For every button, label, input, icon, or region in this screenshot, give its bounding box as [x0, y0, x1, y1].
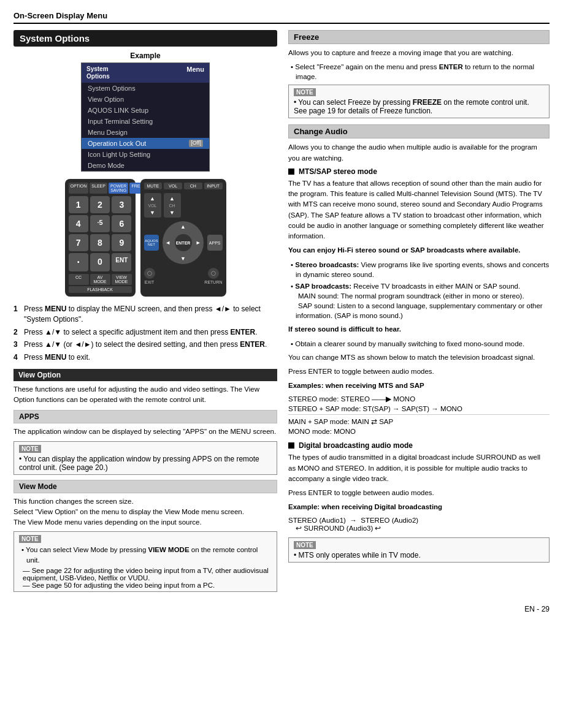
flashback-btn[interactable]: FLASHBACK [69, 286, 132, 293]
key-3[interactable]: 3 [112, 196, 131, 213]
key-7[interactable]: 7 [69, 234, 88, 251]
return-label: RETURN [204, 280, 222, 284]
nav-left[interactable]: ◄ [165, 240, 170, 246]
key-5[interactable]: ·5 [90, 215, 110, 232]
view-option-title: View Option [13, 369, 277, 381]
digital-note-text: • MTS only operates while in TV mode. [294, 551, 544, 559]
nav-down[interactable]: ▼ [180, 256, 186, 262]
mts-example-3: MAIN + SAP mode: MAIN ⇄ SAP [288, 417, 550, 426]
mts-sap-title: MTS/SAP stereo mode [288, 167, 550, 176]
mts-example-1: STEREO mode: STEREO ——▶ MONO [288, 395, 550, 403]
menu-header-left: SystemOptions [86, 66, 110, 80]
mts-examples: STEREO mode: STEREO ——▶ MONO STEREO + SA… [288, 395, 550, 435]
mts-body: The TV has a feature that allows recepti… [288, 178, 550, 242]
menu-item-view-option[interactable]: View Option [82, 94, 209, 105]
menu-item-demo-mode[interactable]: Demo Mode [82, 160, 209, 171]
operation-lock-badge: [Off] [189, 140, 203, 147]
freeze-title: Freeze [288, 30, 550, 44]
view-option-body: These functions are useful for adjusting… [13, 384, 277, 406]
system-options-title: System Options [13, 30, 277, 47]
menu-item-input-terminal[interactable]: Input Terminal Setting [82, 116, 209, 127]
sleep-btn[interactable]: SLEEP [90, 183, 107, 194]
digital-example: STEREO (Audio1) → STEREO (Audio2) ↩ SURR… [288, 517, 550, 533]
apps-title: APPS [13, 410, 277, 423]
digital-example-line2: ↩ SURROUND (Audio3) ↩ [288, 524, 550, 533]
left-column: System Options Example SystemOptions Men… [13, 30, 277, 595]
digital-broadcasting-body: The types of audio transmitted in a digi… [288, 452, 550, 484]
key-8[interactable]: 8 [90, 234, 110, 251]
black-square-icon-2 [288, 442, 294, 449]
cc-btn[interactable]: CC [69, 274, 89, 285]
main-remote-top: MUTE VOL CH INPUT [144, 183, 223, 189]
option-btn[interactable]: OPTION [69, 183, 89, 194]
right-column: Freeze Allows you to capture and freeze … [288, 30, 550, 595]
key-4[interactable]: 4 [69, 215, 88, 232]
exit-btn[interactable]: ◯ [144, 268, 155, 279]
menu-example-header: SystemOptions Menu [82, 63, 209, 83]
mute-btn[interactable]: MUTE [144, 183, 163, 189]
key-ent[interactable]: ENT [112, 253, 131, 271]
exit-return-row: ◯ EXIT ◯ RETURN [144, 268, 223, 284]
if-stereo-bullet: Obtain a clearer sound by manually switc… [288, 339, 550, 349]
mts-change-text: You can change MTS as shown below to mat… [288, 352, 550, 363]
view-mode-note-bullet-3: — See page 50 for adjusting the video be… [23, 582, 272, 589]
digital-note: NOTE • MTS only operates while in TV mod… [288, 537, 550, 563]
menu-item-aquos-link[interactable]: AQUOS LINK Setup [82, 105, 209, 116]
view-mode-title: View Mode [13, 480, 277, 493]
key-9[interactable]: 9 [112, 234, 131, 251]
menu-item-operation-lock[interactable]: Operation Lock Out [Off] [82, 138, 209, 149]
view-mode-note-bullet-2: — See page 22 for adjusting the video be… [23, 567, 272, 582]
keypad-bottom-buttons: CC AV MODE VIEW MODE FLASHBACK [69, 274, 132, 293]
black-square-icon [288, 169, 294, 175]
change-audio-title: Change Audio [288, 124, 550, 138]
vol-rocker[interactable]: ▲ VOL ▼ [144, 193, 161, 218]
digital-note-label: NOTE [294, 541, 316, 549]
remotes-area: OPTION SLEEP POWER SAVING FREEZE 1 2 3 4… [13, 179, 277, 297]
key-1[interactable]: 1 [69, 196, 88, 213]
stereo-broadcasts-bullet: Stereo broadcasts: View programs like li… [288, 260, 550, 279]
aquos-net-btn[interactable]: AQUOS NET [144, 235, 159, 251]
view-mode-body: This function changes the screen size.Se… [13, 496, 277, 528]
digital-broadcasting-title: Digital broadcasting audio mode [288, 441, 550, 450]
page-footer: EN - 29 [13, 605, 550, 613]
enter-toggle-1: Press ENTER to toggle between audio mode… [288, 366, 550, 377]
view-mode-btn[interactable]: VIEW MODE [112, 274, 132, 285]
mts-example-2: STEREO + SAP mode: ST(SAP) → SAP(ST) → M… [288, 405, 550, 412]
nav-up[interactable]: ▲ [180, 224, 186, 230]
key-dot[interactable]: · [69, 253, 88, 271]
freeze-note-label: NOTE [294, 88, 316, 96]
av-mode-btn[interactable]: AV MODE [90, 274, 110, 285]
ch-rocker[interactable]: ▲ CH ▼ [164, 193, 181, 218]
key-0[interactable]: 0 [90, 253, 110, 271]
note-text-1: • You can display the application window… [19, 455, 272, 472]
steps-list: 1 Press MENU to display the MENU screen,… [13, 304, 277, 363]
key-6[interactable]: 6 [112, 215, 131, 232]
hifi-bold: You can enjoy Hi-Fi stereo sound or SAP … [288, 245, 550, 256]
menu-item-menu-design[interactable]: Menu Design [82, 127, 209, 138]
page-number: EN - 29 [524, 605, 550, 613]
remote-main: MUTE VOL CH INPUT ▲ VOL ▼ ▲ CH ▼ [140, 179, 226, 297]
power-saving-btn[interactable]: POWER SAVING [109, 183, 128, 194]
freeze-body: Allows you to capture and freeze a movin… [288, 48, 550, 58]
menu-item-system-options[interactable]: System Options [82, 83, 209, 94]
view-mode-note-bullet-1: You can select View Mode by pressing VIE… [19, 545, 272, 564]
numpad: 1 2 3 4 ·5 6 7 8 9 · 0 ENT [69, 196, 132, 271]
menu-example: SystemOptions Menu System Options View O… [81, 63, 210, 172]
input-btn[interactable]: INPUT [204, 183, 223, 189]
vol-btn[interactable]: VOL [164, 183, 182, 189]
enter-btn[interactable]: ENTER [175, 234, 192, 251]
digital-example-line1: STEREO (Audio1) → STEREO (Audio2) [288, 517, 550, 524]
change-audio-body: Allows you to change the audio when mult… [288, 142, 550, 164]
ch-btn[interactable]: CH [184, 183, 202, 189]
note-label-1: NOTE [19, 445, 41, 453]
freeze-note-text: • You can select Freeze by pressing FREE… [294, 98, 544, 115]
apps-btn[interactable]: APPS [207, 235, 223, 251]
exit-label: EXIT [145, 280, 155, 284]
return-btn[interactable]: ◯ [208, 268, 219, 279]
menu-item-icon-light[interactable]: Icon Light Up Setting [82, 149, 209, 160]
view-mode-note: NOTE You can select View Mode by pressin… [13, 531, 277, 591]
nav-right[interactable]: ► [196, 240, 201, 246]
mts-example-4: MONO mode: MONO [288, 428, 550, 435]
remote-keypad: OPTION SLEEP POWER SAVING FREEZE 1 2 3 4… [65, 179, 136, 297]
key-2[interactable]: 2 [90, 196, 110, 213]
